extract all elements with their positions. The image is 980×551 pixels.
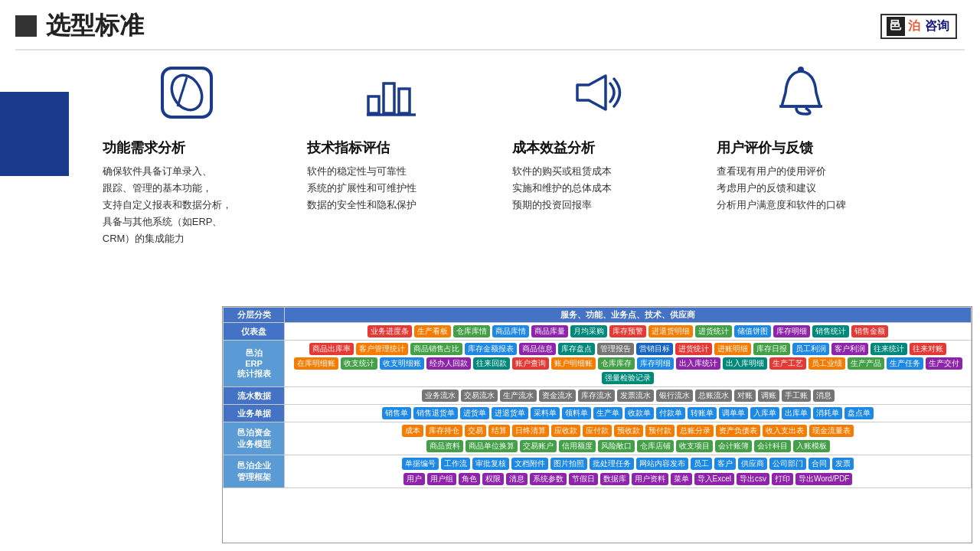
- row-label-liushuju: 流水数据: [224, 387, 285, 405]
- feature-title: 功能需求分析: [103, 139, 271, 157]
- col-header-services: 服务、功能、业务点、技术、供应商: [285, 308, 972, 323]
- svg-point-9: [798, 67, 804, 73]
- user-text-block: 用户评价与反馈 查看现有用户的使用评价考虑用户的反馈和建议分析用户满意度和软件的…: [717, 139, 885, 247]
- user-icon-block: [717, 62, 885, 123]
- cost-title: 成本效益分析: [512, 139, 681, 157]
- header-square-icon: [15, 15, 37, 37]
- table-row: 流水数据 业务流水交易流水生产流水 资金流水库存流水发票流水 银行流水总账流水对…: [224, 387, 972, 405]
- table-row: 邑泊企业 管理框架 单据编号工作流审批复核文档附件 图片拍照批处理任务网站内容发…: [224, 455, 972, 488]
- table-wrapper: 分层分类 服务、功能、业务点、技术、供应商 仪表盘 业务进度条生产看板仓库库情 …: [222, 306, 972, 543]
- row-label-qiye: 邑泊企业 管理框架: [224, 455, 285, 488]
- header-left: 选型标准: [15, 9, 144, 43]
- row-label-zijin: 邑泊资金 业务模型: [224, 422, 285, 455]
- tech-text-block: 技术指标评估 软件的稳定性与可靠性系统的扩展性和可维护性数据的安全性和隐私保护: [307, 139, 475, 247]
- tech-icon-block: [307, 62, 475, 123]
- row-cell-zijin: 成本库存持仓交易结算 日终清算应收款应付款预收款 预付款总账分录资产负债表收入支…: [285, 422, 972, 455]
- user-desc: 查看现有用户的使用评价考虑用户的反馈和建议分析用户满意度和软件的口碑: [717, 163, 885, 214]
- logo-yi: 邑: [887, 17, 905, 36]
- table-row: 业务单据 销售单销售退货单进货单 进退货单采料单领料单 生产单收款单付款单 转账…: [224, 405, 972, 422]
- criteria-text-section: 功能需求分析 确保软件具备订单录入、跟踪、管理的基本功能，支持自定义报表和数据分…: [0, 139, 980, 247]
- header-divider: [15, 49, 965, 51]
- tech-title: 技术指标评估: [307, 139, 475, 157]
- row-label-yibiaopan: 仪表盘: [224, 323, 285, 341]
- header: 选型标准 邑 泊 咨询: [0, 0, 980, 49]
- bell-icon: [770, 62, 831, 123]
- row-cell-yibiaopan: 业务进度条生产看板仓库库情 商品库情商品库量月均采购 库存预警进退货明细进货统计…: [285, 323, 972, 341]
- cost-icon-block: [512, 62, 681, 123]
- row-cell-qiye: 单据编号工作流审批复核文档附件 图片拍照批处理任务网站内容发布员工 客户供应商公…: [285, 455, 972, 488]
- feature-table: 分层分类 服务、功能、业务点、技术、供应商 仪表盘 业务进度条生产看板仓库库情 …: [223, 307, 972, 488]
- bar-chart-icon: [361, 62, 422, 123]
- user-title: 用户评价与反馈: [717, 139, 885, 157]
- criteria-icons-section: [0, 54, 980, 131]
- svg-rect-3: [368, 96, 379, 113]
- svg-marker-7: [577, 76, 606, 109]
- table-row: 仪表盘 业务进度条生产看板仓库库情 商品库情商品库量月均采购 库存预警进退货明细…: [224, 323, 972, 341]
- feature-desc: 确保软件具备订单录入、跟踪、管理的基本功能，支持自定义报表和数据分析，具备与其他…: [103, 163, 271, 247]
- feature-text-block: 功能需求分析 确保软件具备订单录入、跟踪、管理的基本功能，支持自定义报表和数据分…: [103, 139, 271, 247]
- cost-text-block: 成本效益分析 软件的购买或租赁成本实施和维护的总体成本预期的投资回报率: [512, 139, 681, 247]
- svg-line-2: [178, 77, 187, 106]
- col-header-category: 分层分类: [224, 308, 285, 323]
- row-label-erp: 邑泊 ERP 统计报表: [224, 341, 285, 387]
- table-row: 邑泊资金 业务模型 成本库存持仓交易结算 日终清算应收款应付款预收款 预付款总账…: [224, 422, 972, 455]
- logo: 邑 泊 咨询: [880, 14, 957, 39]
- leaf-icon: [156, 62, 217, 123]
- row-cell-yewudanju: 销售单销售退货单进货单 进退货单采料单领料单 生产单收款单付款单 转账单调单单入…: [285, 405, 972, 422]
- feature-icon-block: [103, 62, 271, 123]
- blue-accent-bar: [0, 92, 69, 176]
- row-cell-liushuju: 业务流水交易流水生产流水 资金流水库存流水发票流水 银行流水总账流水对账 调账手…: [285, 387, 972, 405]
- feature-table-section: 分层分类 服务、功能、业务点、技术、供应商 仪表盘 业务进度条生产看板仓库库情 …: [222, 306, 972, 543]
- table-row: 邑泊 ERP 统计报表 商品出库率客户管理统计商品销售占比 库存金额报表商品信息…: [224, 341, 972, 387]
- svg-rect-4: [384, 83, 394, 113]
- row-label-yewudanju: 业务单据: [224, 405, 285, 422]
- logo-rest: 咨询: [923, 17, 951, 36]
- tech-desc: 软件的稳定性与可靠性系统的扩展性和可维护性数据的安全性和隐私保护: [307, 163, 475, 214]
- cost-desc: 软件的购买或租赁成本实施和维护的总体成本预期的投资回报率: [512, 163, 681, 214]
- logo-bo: 泊: [905, 17, 923, 36]
- row-cell-erp: 商品出库率客户管理统计商品销售占比 库存金额报表商品信息库存盘点 管理报告营销目…: [285, 341, 972, 387]
- svg-rect-5: [399, 89, 410, 113]
- speaker-icon: [566, 62, 627, 123]
- svg-point-1: [165, 70, 207, 116]
- page-title: 选型标准: [46, 9, 144, 43]
